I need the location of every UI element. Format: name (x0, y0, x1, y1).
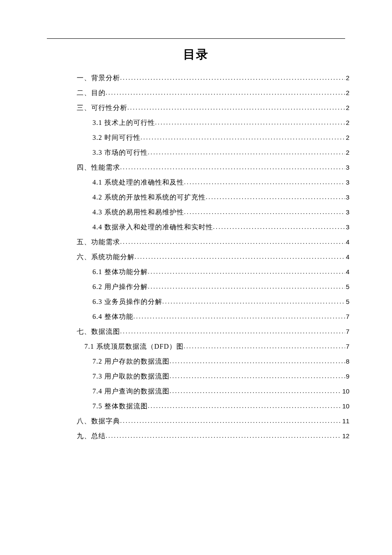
toc-leader-dots (170, 373, 345, 379)
toc-leader-dots (184, 209, 345, 215)
toc-entry: 六、系统功能分解4 (43, 254, 349, 260)
toc-leader-dots (120, 75, 345, 81)
document-page: 目录 一、背景分析2二、目的2三、可行性分析23.1 技术上的可行性23.2 时… (0, 0, 392, 439)
toc-entry-label: 6.1 整体功能分解 (92, 269, 148, 275)
toc-entry-page: 9 (345, 373, 349, 379)
toc-entry-page: 7 (345, 313, 349, 320)
toc-entry-page: 8 (345, 358, 349, 364)
toc-entry-page: 3 (345, 209, 349, 215)
toc-entry-label: 7.2 用户存款的数据流图 (92, 358, 170, 365)
toc-entry-label: 4.3 系统的易用性和易维护性 (92, 209, 184, 216)
toc-entry: 八、数据字典11 (43, 418, 349, 425)
toc-entry: 一、背景分析2 (43, 75, 349, 81)
toc-leader-dots (148, 403, 341, 409)
toc-entry-label: 3.2 时间可行性 (92, 134, 141, 141)
toc-entry-page: 7 (345, 343, 349, 350)
toc-entry-page: 4 (345, 239, 349, 245)
toc-entry: 4.4 数据录入和处理的准确性和实时性3 (43, 224, 349, 231)
toc-entry: 3.2 时间可行性2 (43, 134, 349, 141)
toc-leader-dots (141, 135, 345, 141)
toc-leader-dots (206, 194, 345, 200)
toc-entry: 6.3 业务员操作的分解5 (43, 298, 349, 305)
toc-entry-page: 3 (345, 224, 349, 230)
toc-entry-label: 五、功能需求 (77, 239, 120, 246)
toc-leader-dots (135, 254, 345, 260)
toc-leader-dots (170, 388, 341, 394)
toc-entry-label: 二、目的 (77, 90, 106, 96)
toc-leader-dots (148, 269, 345, 275)
toc-entry-page: 2 (345, 75, 349, 81)
toc-leader-dots (120, 418, 341, 424)
toc-leader-dots (120, 329, 345, 335)
toc-leader-dots (155, 120, 345, 126)
toc-entry-page: 12 (341, 433, 349, 439)
toc-entry-page: 7 (345, 328, 349, 335)
toc-leader-dots (106, 90, 345, 96)
toc-entry: 三、可行性分析2 (43, 104, 349, 111)
toc-entry: 6.4 整体功能7 (43, 313, 349, 320)
toc-entry-page: 2 (345, 119, 349, 126)
toc-entry-label: 八、数据字典 (77, 418, 120, 425)
toc-leader-dots (120, 165, 345, 171)
toc-entry-label: 三、可行性分析 (77, 104, 127, 111)
toc-entry-page: 11 (341, 418, 349, 424)
toc-entry-page: 4 (345, 254, 349, 260)
toc-entry: 4.2 系统的开放性和系统的可扩充性3 (43, 194, 349, 201)
toc-entry-page: 3 (345, 194, 349, 200)
toc-entry-page: 5 (345, 298, 349, 305)
toc-entry-label: 7.5 整体数据流图 (92, 403, 148, 410)
toc-leader-dots (120, 239, 345, 245)
top-rule (47, 38, 345, 39)
toc-entry: 3.3 市场的可行性2 (43, 149, 349, 156)
toc-leader-dots (162, 299, 345, 305)
toc-entry-page: 2 (345, 149, 349, 156)
toc-entry-label: 4.1 系统处理的准确性和及性 (92, 179, 184, 186)
toc-entry-page: 10 (341, 388, 349, 394)
toc-title: 目录 (43, 46, 349, 63)
toc-entry: 6.2 用户操作分解5 (43, 283, 349, 290)
toc-entry-label: 6.2 用户操作分解 (92, 283, 148, 290)
toc-entry-label: 四、性能需求 (77, 164, 120, 171)
toc-entry-label: 7.1 系统顶层数据流（DFD）图 (84, 343, 184, 350)
toc-leader-dots (184, 179, 345, 185)
toc-entry: 二、目的2 (43, 90, 349, 96)
toc-leader-dots (127, 105, 345, 111)
toc-entry: 6.1 整体功能分解4 (43, 269, 349, 275)
toc-entry-label: 3.3 市场的可行性 (92, 149, 148, 156)
toc-entry-page: 10 (341, 403, 349, 409)
toc-entry: 4.1 系统处理的准确性和及性3 (43, 179, 349, 186)
toc-entry-label: 九、总结 (77, 433, 106, 439)
toc-entry-label: 一、背景分析 (77, 75, 120, 81)
toc-entry-label: 7.4 用户查询的数据流图 (92, 388, 170, 395)
toc-leader-dots (106, 433, 341, 439)
toc-entry: 7.3 用户取款的数据流图9 (43, 373, 349, 380)
toc-entry: 4.3 系统的易用性和易维护性3 (43, 209, 349, 216)
toc-entry: 四、性能需求3 (43, 164, 349, 171)
toc-entry-label: 7.3 用户取款的数据流图 (92, 373, 170, 380)
toc-entry-page: 2 (345, 90, 349, 96)
toc-leader-dots (133, 314, 345, 320)
toc-leader-dots (170, 358, 345, 364)
toc-leader-dots (148, 150, 345, 156)
toc-entry-page: 3 (345, 179, 349, 185)
toc-entry: 七、数据流图7 (43, 328, 349, 335)
toc-entry-page: 4 (345, 269, 349, 275)
toc-entry-page: 5 (345, 283, 349, 290)
toc-entry: 7.4 用户查询的数据流图10 (43, 388, 349, 395)
toc-leader-dots (148, 284, 345, 290)
toc-entry: 7.5 整体数据流图10 (43, 403, 349, 410)
toc-entry-page: 3 (345, 164, 349, 171)
toc-entry-page: 2 (345, 104, 349, 111)
toc-entry-label: 3.1 技术上的可行性 (92, 119, 155, 126)
toc-entry: 7.1 系统顶层数据流（DFD）图 7 (43, 343, 349, 350)
toc-entry-label: 六、系统功能分解 (77, 254, 135, 260)
table-of-contents: 一、背景分析2二、目的2三、可行性分析23.1 技术上的可行性23.2 时间可行… (43, 75, 349, 439)
toc-entry-label: 6.3 业务员操作的分解 (92, 298, 162, 305)
toc-entry-label: 4.2 系统的开放性和系统的可扩充性 (92, 194, 206, 201)
toc-entry: 九、总结12 (43, 433, 349, 439)
toc-entry: 7.2 用户存款的数据流图8 (43, 358, 349, 365)
toc-entry-label: 七、数据流图 (77, 328, 120, 335)
toc-leader-dots (184, 344, 345, 350)
toc-leader-dots (213, 224, 345, 230)
toc-entry: 五、功能需求4 (43, 239, 349, 246)
